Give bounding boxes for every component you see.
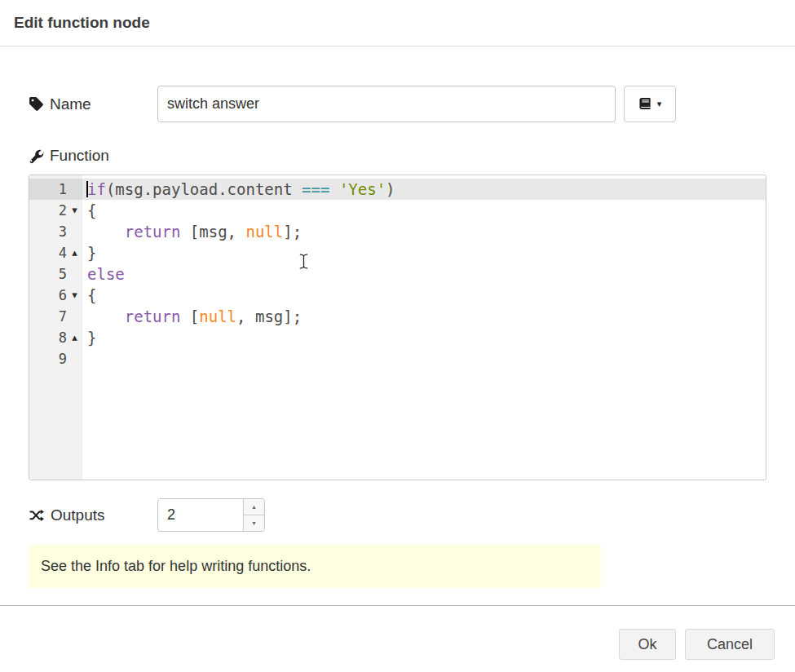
gutter-cell[interactable]: 6▾ [29, 285, 82, 306]
code-line-1[interactable]: 1if(msg.payload.content === 'Yes') [29, 179, 766, 200]
outputs-label-text: Outputs [51, 506, 105, 524]
gutter-cell[interactable]: 8▴ [29, 327, 82, 348]
line-number: 9 [59, 348, 67, 369]
code-text: else [82, 263, 766, 285]
ok-button[interactable]: Ok [619, 629, 676, 660]
dialog-footer: Ok Cancel [0, 605, 795, 660]
tag-icon [29, 96, 44, 112]
line-number: 2 [59, 200, 67, 221]
fold-open-icon[interactable]: ▾ [67, 200, 82, 221]
line-number: 7 [59, 306, 67, 327]
line-number: 8 [59, 327, 67, 348]
wrench-icon [29, 148, 44, 164]
gutter-cell[interactable]: 1 [29, 179, 82, 200]
line-number: 4 [59, 242, 67, 263]
code-text: { [82, 285, 766, 306]
code-line-2[interactable]: 2▾{ [29, 200, 766, 221]
dialog-body: Name ▾ Function [0, 86, 795, 588]
cancel-button[interactable]: Cancel [685, 629, 775, 660]
function-label-text: Function [50, 147, 109, 165]
gutter-cell[interactable]: 3 [29, 221, 82, 242]
outputs-row: Outputs ▲ ▼ [29, 498, 766, 532]
name-row: Name ▾ [29, 86, 766, 122]
code-text [82, 348, 766, 369]
spinner-down-button[interactable]: ▼ [244, 515, 264, 531]
library-button[interactable]: ▾ [624, 86, 676, 122]
outputs-label: Outputs [29, 506, 157, 524]
shuffle-icon [29, 508, 45, 523]
name-input[interactable] [157, 86, 616, 122]
outputs-spinner: ▲ ▼ [157, 498, 265, 532]
function-label: Function [29, 147, 157, 165]
code-line-9[interactable]: 9 [29, 348, 766, 369]
line-number: 5 [59, 263, 67, 285]
caret-down-icon: ▾ [657, 99, 662, 108]
gutter-cell[interactable]: 7 [29, 306, 82, 327]
code-line-4[interactable]: 4▴} [29, 242, 766, 263]
line-number: 6 [59, 285, 67, 306]
gutter-cell[interactable]: 4▴ [29, 242, 82, 263]
gutter-cell[interactable]: 5 [29, 263, 82, 285]
line-number: 1 [59, 179, 67, 200]
code-text: if(msg.payload.content === 'Yes') [82, 179, 766, 200]
spinner-buttons: ▲ ▼ [243, 499, 264, 531]
function-code-editor[interactable]: 1if(msg.payload.content === 'Yes')2▾{3 r… [29, 175, 766, 480]
gutter-cell[interactable]: 2▾ [29, 200, 82, 221]
fold-end-icon[interactable]: ▴ [67, 242, 82, 263]
book-icon [638, 97, 652, 111]
dialog-header: Edit function node [0, 0, 795, 46]
fold-end-icon[interactable]: ▴ [67, 327, 82, 348]
code-text: } [82, 242, 766, 263]
function-label-row: Function [29, 147, 766, 165]
fold-open-icon[interactable]: ▾ [67, 285, 82, 306]
editor-lines: 1if(msg.payload.content === 'Yes')2▾{3 r… [29, 175, 766, 369]
editor-caret [86, 181, 88, 197]
edit-function-node-dialog: Edit function node Name ▾ [0, 0, 795, 660]
code-line-8[interactable]: 8▴} [29, 327, 766, 348]
code-line-3[interactable]: 3 return [msg, null]; [29, 221, 766, 242]
code-line-7[interactable]: 7 return [null, msg]; [29, 306, 766, 327]
code-line-6[interactable]: 6▾{ [29, 285, 766, 306]
info-tip-text: See the Info tab for help writing functi… [41, 558, 311, 574]
line-number: 3 [59, 221, 67, 242]
outputs-input[interactable] [158, 499, 243, 531]
code-text: { [82, 200, 766, 221]
name-label: Name [29, 95, 157, 113]
code-text: return [msg, null]; [82, 221, 766, 242]
gutter-cell[interactable]: 9 [29, 348, 82, 369]
code-text: } [82, 327, 766, 348]
spinner-up-button[interactable]: ▲ [244, 499, 264, 515]
name-label-text: Name [50, 95, 91, 113]
dialog-title: Edit function node [14, 14, 150, 32]
code-text: return [null, msg]; [82, 306, 766, 327]
code-line-5[interactable]: 5else [29, 263, 766, 285]
info-tip: See the Info tab for help writing functi… [29, 545, 601, 588]
